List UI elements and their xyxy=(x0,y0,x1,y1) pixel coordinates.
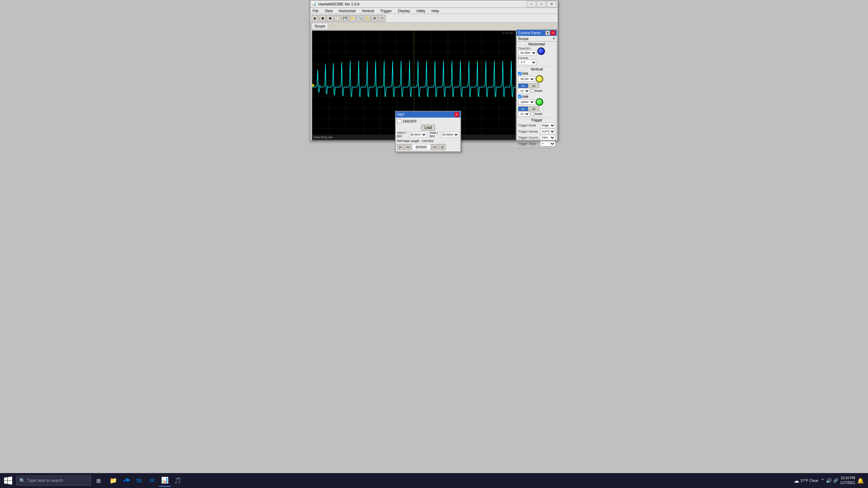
trigger-source-label: Trigger Source xyxy=(518,136,538,139)
ch2-row: CH2 xyxy=(518,95,555,98)
trigger-sweep-row: Trigger Sweep AUTO Normal Single xyxy=(518,129,555,134)
task-view-icon: ⊞ xyxy=(96,477,101,484)
close-button[interactable]: ✕ xyxy=(547,1,556,7)
dialog-close-btn[interactable]: ✕ xyxy=(454,112,459,117)
ch1-ac-btn[interactable]: AC xyxy=(529,83,539,88)
ch1-checkbox[interactable] xyxy=(518,72,521,75)
ch1-invert-checkbox[interactable] xyxy=(531,89,534,93)
ch2-volt-dropdown[interactable]: 100mV 50.0mV 200mV xyxy=(518,99,535,105)
horizontal-knob[interactable] xyxy=(537,47,545,55)
maximize-button[interactable]: □ xyxy=(537,1,546,7)
minimize-button[interactable]: — xyxy=(527,1,536,7)
task-view-button[interactable]: ⊞ xyxy=(92,474,104,487)
panel-scope-label: Scope ▼ xyxy=(517,36,557,42)
system-tray-icons: ⌃ 🔊 🔗 xyxy=(821,478,838,483)
ch1-row: CH1 xyxy=(518,72,555,75)
taskbar-search-bar[interactable]: 🔍 Type here to search xyxy=(16,475,91,486)
time-div-dropdown[interactable]: 50.00ms 25.00ms 10.00ms xyxy=(518,50,537,56)
store-button[interactable]: 🛍 xyxy=(133,474,145,487)
ch2-ac-btn[interactable]: AC xyxy=(529,106,539,111)
datetime-display[interactable]: 10:16 PM 11/7/2021 xyxy=(840,476,855,485)
format-dropdown[interactable]: Y-T X-Y xyxy=(518,60,537,65)
ch1-dc-btn[interactable]: DC xyxy=(518,83,528,88)
toolbar-btn-3[interactable]: ⏺ xyxy=(327,15,333,22)
ch2-invert-checkbox[interactable] xyxy=(531,112,534,116)
menu-file[interactable]: File xyxy=(312,8,320,13)
nav-position-input[interactable] xyxy=(412,144,431,150)
volume-icon[interactable]: 🔊 xyxy=(826,478,832,483)
toolbar-btn-9[interactable]: ⚙ xyxy=(371,15,378,22)
trigger-sweep-dropdown[interactable]: AUTO Normal Single xyxy=(540,129,555,134)
panel-horizontal-section: Horizontal Time/DIV 50.00ms 25.00ms 10.0… xyxy=(517,42,557,67)
toolbar: ▶ ⏹ ⏺ 📋 💾 📂 🔍 📏 ⚙ ? xyxy=(310,14,558,23)
toolbar-btn-4[interactable]: 📋 xyxy=(334,15,341,22)
ch2-dc-btn[interactable]: DC xyxy=(518,106,528,111)
network-icon[interactable]: ⌃ xyxy=(821,478,825,483)
toolbar-btn-2[interactable]: ⏹ xyxy=(319,15,326,22)
edge-icon xyxy=(122,477,130,484)
start-button[interactable] xyxy=(1,474,15,487)
panel-collapse-btn[interactable]: ▼ xyxy=(545,30,550,35)
link-icon[interactable]: 🔗 xyxy=(833,478,838,483)
hantek-icon: 📊 xyxy=(161,476,169,484)
hantek-button[interactable]: 📊 xyxy=(159,474,171,487)
media-icon: 🎵 xyxy=(174,477,181,484)
load-button[interactable]: Load xyxy=(421,125,435,130)
on-off-checkbox[interactable] xyxy=(397,119,401,123)
nav-prev-btn[interactable]: << xyxy=(405,144,411,150)
clock-date: 11/7/2021 xyxy=(840,481,855,485)
media-player-button[interactable]: 🎵 xyxy=(172,474,184,487)
toolbar-btn-5[interactable]: 💾 xyxy=(341,15,348,22)
trigger-title: Trigger xyxy=(518,118,555,122)
toolbar-btn-8[interactable]: 📏 xyxy=(364,15,371,22)
scope-datetime: 07-11-20... xyxy=(502,32,515,35)
toolbar-btn-6[interactable]: 📂 xyxy=(349,15,356,22)
trigger-sweep-label: Trigger Sweep xyxy=(518,130,538,133)
menu-view[interactable]: View xyxy=(324,8,334,13)
svg-marker-21 xyxy=(312,84,315,87)
windows-logo-icon xyxy=(4,476,12,485)
time-div-dropdown-ref[interactable]: 50.00ms 25.00ms xyxy=(440,132,459,137)
ch2-knob[interactable] xyxy=(536,98,543,106)
nav-last-btn[interactable]: >| xyxy=(439,144,446,150)
volt-div-dropdown[interactable]: 50.0mV 100mV xyxy=(409,132,427,137)
scope-tab-label: Scope xyxy=(315,24,325,28)
ch1-knob[interactable] xyxy=(536,75,543,83)
trigger-mode-dropdown[interactable]: Edge Pulse xyxy=(540,123,555,128)
menu-horizontal[interactable]: Horizontal xyxy=(338,8,357,13)
menu-help[interactable]: Help xyxy=(430,8,440,13)
dialog-title: REF xyxy=(397,113,405,117)
panel-close-btn[interactable]: ✕ xyxy=(551,30,555,35)
toolbar-btn-7[interactable]: 🔍 xyxy=(356,15,363,22)
dialog-title-bar: REF ✕ xyxy=(396,111,460,118)
panel-scroll[interactable] xyxy=(517,148,557,148)
search-placeholder: Type here to search xyxy=(27,478,63,483)
toolbar-btn-10[interactable]: ? xyxy=(379,15,386,22)
ch1-probe-dropdown[interactable]: x1 x10 xyxy=(518,88,530,94)
trigger-source-dropdown[interactable]: CH1 CH2 xyxy=(540,135,555,140)
menu-utility[interactable]: Utility xyxy=(415,8,427,13)
ch1-label: CH1 xyxy=(522,72,528,75)
menu-display[interactable]: Display xyxy=(397,8,411,13)
ch1-volt-dropdown[interactable]: 50.0mV 100mV 200mV xyxy=(518,76,535,82)
menu-bar: File View Horizontal Vertical Trigger Di… xyxy=(310,8,558,14)
notification-icon[interactable]: 🔔 xyxy=(857,477,864,484)
menu-vertical[interactable]: Vertical xyxy=(361,8,375,13)
ch2-checkbox[interactable] xyxy=(518,95,521,98)
trigger-slope-dropdown[interactable]: + - xyxy=(540,141,555,146)
file-explorer-button[interactable]: 📁 xyxy=(107,474,119,487)
edge-button[interactable] xyxy=(120,474,132,487)
mail-button[interactable]: ✉ xyxy=(146,474,158,487)
ch1-coupling: DC AC xyxy=(518,83,555,88)
menu-trigger[interactable]: Trigger xyxy=(379,8,393,13)
nav-next-btn[interactable]: >> xyxy=(431,144,438,150)
toolbar-btn-1[interactable]: ▶ xyxy=(312,15,318,22)
trigger-slope-label: Trigger Slope xyxy=(518,142,536,145)
nav-first-btn[interactable]: |< xyxy=(397,144,404,150)
format-label: Format xyxy=(518,56,537,60)
ch2-label: CH2 xyxy=(522,95,528,98)
ref-data-row: Ref Data Length : 1047552 xyxy=(397,139,459,143)
scope-tab[interactable]: Scope xyxy=(312,23,328,29)
trigger-source-row: Trigger Source CH1 CH2 xyxy=(518,135,555,140)
ch2-probe-dropdown[interactable]: x1 x10 xyxy=(518,111,530,117)
